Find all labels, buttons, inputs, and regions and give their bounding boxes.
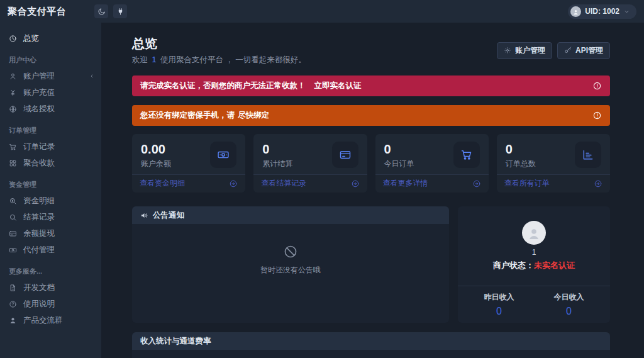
sidebar-section-user-center: 用户中心 xyxy=(0,47,101,68)
chevron-down-icon xyxy=(623,8,630,15)
sidebar-item-domain-auth[interactable]: 域名授权 xyxy=(0,101,101,117)
chevron-left-icon xyxy=(89,73,95,79)
plugin-button[interactable] xyxy=(113,4,127,18)
arrow-circle-right-icon[interactable] xyxy=(229,179,238,188)
api-management-label: API管理 xyxy=(575,45,603,56)
plug-icon xyxy=(116,8,125,16)
sidebar-item-label: 资金明细 xyxy=(23,196,55,206)
sidebar-item-label: 总览 xyxy=(23,33,39,44)
sidebar-item-product-group[interactable]: 产品交流群 xyxy=(0,312,101,328)
merchant-id: 1 xyxy=(532,248,536,257)
sidebar-item-order-records[interactable]: 订单记录 xyxy=(0,138,101,155)
sidebar-item-aggregate-collection[interactable]: 聚合收款 xyxy=(0,155,101,171)
stat-card-balance: 0.00 账户余额 查看资金明细 xyxy=(132,134,245,193)
sidebar-item-label: 使用说明 xyxy=(23,299,55,310)
top-navbar: 聚合支付平台 UID: 1002 xyxy=(0,0,644,23)
sidebar-item-account-recharge[interactable]: 账户充值 xyxy=(0,84,101,101)
speaker-icon xyxy=(140,211,148,220)
sidebar-item-fund-details[interactable]: 资金明细 xyxy=(0,193,101,209)
view-settlement-records-link[interactable]: 查看结算记录 xyxy=(261,178,306,189)
view-more-details-link[interactable]: 查看更多详情 xyxy=(383,178,428,189)
sidebar-item-label: 聚合收款 xyxy=(23,158,55,169)
today-income: 今日收入 0 xyxy=(534,292,604,317)
key-icon xyxy=(564,47,572,54)
sidebar-item-label: 开发文档 xyxy=(23,282,55,293)
sidebar-item-label: 代付管理 xyxy=(23,245,55,255)
gauge-icon xyxy=(9,35,17,43)
cart-icon xyxy=(453,142,480,168)
bar-chart-icon xyxy=(575,142,601,168)
today-orders-label: 今日订单 xyxy=(384,159,414,169)
account-management-button[interactable]: 账户管理 xyxy=(497,42,552,59)
card-icon xyxy=(332,142,358,168)
merchant-status-value: 未实名认证 xyxy=(534,260,575,270)
search-yen-icon xyxy=(9,197,17,205)
moon-icon xyxy=(97,8,106,16)
search-icon xyxy=(9,213,17,221)
sidebar-item-overview[interactable]: 总览 xyxy=(0,30,101,47)
settlement-label: 累计结算 xyxy=(262,159,292,169)
phone-bind-alert: 您还没有绑定密保手机，请 尽快绑定 xyxy=(132,105,610,126)
merchant-avatar xyxy=(522,221,546,245)
sidebar-item-label: 域名授权 xyxy=(23,104,55,115)
view-all-orders-link[interactable]: 查看所有订单 xyxy=(504,178,550,189)
announcement-empty-state: 暂时还没有公告哦 xyxy=(260,244,321,276)
uid-label: UID: 1002 xyxy=(585,7,619,16)
announcement-title: 公告通知 xyxy=(153,210,184,221)
settlement-value: 0 xyxy=(262,142,292,157)
cart-icon xyxy=(9,143,17,151)
view-fund-details-link[interactable]: 查看资金明细 xyxy=(140,178,185,189)
sidebar-item-label: 产品交流群 xyxy=(23,315,63,326)
arrow-circle-right-icon[interactable] xyxy=(594,179,602,188)
help-icon xyxy=(9,300,17,308)
sidebar-item-dev-docs[interactable]: 开发文档 xyxy=(0,279,101,296)
income-stats-title: 收入统计与通道费率 xyxy=(140,336,211,347)
app-title: 聚合支付平台 xyxy=(8,6,94,18)
slash-circle-icon xyxy=(283,244,298,259)
stat-card-total-orders: 0 订单总数 查看所有订单 xyxy=(497,134,610,193)
arrow-circle-right-icon[interactable] xyxy=(472,179,481,188)
yesterday-income-label: 昨日收入 xyxy=(464,292,534,303)
gear-icon xyxy=(504,47,511,54)
sidebar-section-order-management: 订单管理 xyxy=(0,117,101,138)
balance-value: 0.00 xyxy=(141,142,171,157)
globe-icon xyxy=(9,105,17,113)
merchant-status: 商户状态：未实名认证 xyxy=(493,260,575,271)
stat-card-settlement: 0 累计结算 查看结算记录 xyxy=(253,134,367,193)
banknote-icon xyxy=(9,246,17,254)
sidebar-item-payout-management[interactable]: 代付管理 xyxy=(0,242,101,258)
today-income-label: 今日收入 xyxy=(534,292,604,303)
realname-alert-link[interactable]: 立即实名认证 xyxy=(314,81,362,91)
user-menu[interactable]: UID: 1002 xyxy=(568,4,636,19)
api-management-button[interactable]: API管理 xyxy=(557,42,610,59)
arrow-circle-right-icon[interactable] xyxy=(351,179,360,188)
stat-card-today-orders: 0 今日订单 查看更多详情 xyxy=(375,134,489,193)
today-income-value: 0 xyxy=(534,306,604,317)
realname-alert-text: 请完成实名认证，否则您的商户无法正常收款！ xyxy=(140,81,306,91)
yesterday-income-value: 0 xyxy=(464,306,534,317)
grid-icon xyxy=(9,159,17,167)
theme-toggle-button[interactable] xyxy=(94,4,108,18)
phone-bind-alert-link[interactable]: 尽快绑定 xyxy=(238,110,269,121)
sidebar-item-label: 结算记录 xyxy=(23,212,55,223)
merchant-status-panel: 1 商户状态：未实名认证 昨日收入 0 今日收入 0 xyxy=(458,206,610,323)
total-orders-label: 订单总数 xyxy=(506,159,536,169)
welcome-text: 欢迎 1 使用聚合支付平台 ， 一切看起来都很好。 xyxy=(132,55,306,65)
sidebar-section-fund-management: 资金管理 xyxy=(0,171,101,193)
group-icon xyxy=(9,316,17,325)
sidebar-item-usage-guide[interactable]: 使用说明 xyxy=(0,296,101,312)
sidebar-item-account-management[interactable]: 账户管理 xyxy=(0,68,101,84)
sidebar-item-settlement-records[interactable]: 结算记录 xyxy=(0,209,101,225)
sidebar: 总览 用户中心 账户管理 账户充值 域名授权 订单管理 订单记录 聚合收款 资金… xyxy=(0,23,101,358)
main-content: 总览 欢迎 1 使用聚合支付平台 ， 一切看起来都很好。 账户管理 API管理 … xyxy=(101,23,644,358)
avatar xyxy=(570,6,581,17)
account-management-label: 账户管理 xyxy=(515,45,545,56)
info-circle-icon xyxy=(592,111,602,120)
today-orders-value: 0 xyxy=(384,142,414,157)
sidebar-item-label: 账户管理 xyxy=(23,71,55,82)
phone-bind-alert-text: 您还没有绑定密保手机，请 xyxy=(140,110,235,121)
sidebar-item-balance-withdraw[interactable]: 余额提现 xyxy=(0,225,101,242)
balance-label: 账户余额 xyxy=(141,159,171,169)
page-title: 总览 xyxy=(132,36,306,51)
announcement-panel: 公告通知 暂时还没有公告哦 xyxy=(132,206,449,323)
